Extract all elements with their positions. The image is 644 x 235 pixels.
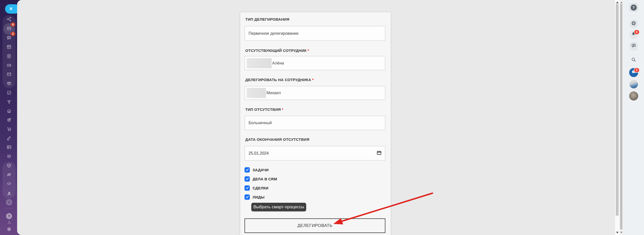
search-icon (631, 57, 636, 63)
checkbox-checked-icon (245, 185, 250, 191)
toolbar-item-avatar-raccoon[interactable] (629, 91, 638, 100)
sidebar-item-mail[interactable] (3, 71, 16, 79)
sign-icon (7, 136, 12, 142)
toolbar-badge-notifications: 6 (634, 30, 639, 34)
toolbar-divider (628, 90, 639, 90)
toolbar-item-search[interactable] (631, 57, 636, 63)
scrollbar-thumb[interactable] (616, 4, 619, 216)
documents-icon (7, 54, 12, 60)
delegate-to-value: Михаил (266, 91, 281, 95)
sidebar-item-more[interactable] (3, 198, 16, 207)
feed-icon (7, 17, 12, 23)
checkbox-checked-icon (245, 176, 250, 182)
absence-end-date-input[interactable]: 25.01.2024 (245, 146, 385, 161)
field-label-absence-type: ТИП ОТСУТСТВИЯ* (245, 107, 283, 112)
delegation-type-value: Первичное делегирование (249, 31, 299, 36)
required-mark: * (282, 107, 283, 112)
delegate-submit-button[interactable]: ДЕЛЕГИРОВАТЬ (245, 218, 385, 233)
required-mark: * (312, 78, 314, 82)
employees-icon (7, 81, 12, 87)
mail-icon (7, 72, 12, 78)
toolbar-item-timeman[interactable] (629, 19, 638, 28)
calendar-picker-icon[interactable] (377, 150, 382, 156)
sidebar-item-calendar[interactable] (3, 43, 16, 52)
required-mark: * (308, 48, 309, 53)
sidebar-item-sign[interactable] (3, 134, 16, 143)
clock-icon (631, 21, 636, 27)
checkbox-tasks[interactable]: ЗАДАЧИ (245, 166, 269, 173)
toolbar-divider (628, 65, 639, 65)
checkbox-checked-icon (245, 194, 250, 200)
sidebar-item-contacts[interactable] (3, 143, 16, 152)
sidebar-item-storage[interactable] (3, 61, 16, 70)
sidebar-item-employees[interactable] (3, 80, 16, 88)
sidebar-item-developer[interactable] (3, 180, 16, 188)
automation-icon (7, 154, 12, 160)
delegation-type-input[interactable]: Первичное делегирование (245, 26, 385, 41)
sidebar-item-products[interactable] (3, 162, 16, 170)
field-label-delegation-type: ТИП ДЕЛЕГИРОВАНИЯ (245, 17, 289, 21)
marketplace-icon (7, 172, 12, 178)
toolbar-item-help[interactable]: ? (629, 3, 638, 12)
invite-icon (7, 220, 11, 226)
app-d-icon: Д (8, 191, 11, 195)
toolbar-divider (628, 78, 639, 79)
scroll-down-arrow[interactable] (620, 232, 623, 233)
sidebar-item-filter[interactable] (3, 98, 16, 107)
select-smart-processes-button[interactable]: Выбрать смарт-процессы (251, 203, 306, 211)
help-icon: ? (631, 5, 637, 11)
sidebar-badge-drive: 6 (11, 22, 15, 27)
sidebar-item-tasks[interactable] (3, 89, 16, 97)
toolbar-item-avatar-user[interactable] (629, 80, 638, 88)
checkbox-label: ЛИДЫ (253, 195, 264, 199)
absence-end-date-value: 25.01.2024 (249, 151, 269, 156)
close-icon: ✕ (9, 6, 13, 12)
field-label-absent-employee: ОТСУТСТВУЮЩИЙ СОТРУДНИК* (245, 48, 309, 53)
sidebar-item-automation[interactable] (3, 152, 16, 161)
settings-icon (7, 227, 12, 233)
redacted-avatar-block (247, 58, 272, 68)
scrollbar-thumb[interactable] (620, 4, 622, 229)
sidebar-item-settings[interactable] (3, 225, 16, 234)
checkbox-label: СДЕЛКИ (253, 186, 268, 190)
sidebar-item-goals[interactable] (3, 116, 16, 125)
field-label-absence-end-date: ДАТА ОКОНЧАНИЯ ОТСУТСТВИЯ (245, 137, 309, 142)
right-toolbar: ?62 (623, 0, 644, 235)
checkbox-checked-icon (245, 167, 250, 173)
more-icon (6, 199, 12, 206)
scroll-up-arrow[interactable] (620, 2, 623, 3)
drive-icon (7, 26, 12, 32)
absent-employee-input[interactable]: Алёна (245, 56, 385, 70)
checkbox-leads[interactable]: ЛИДЫ (245, 193, 264, 200)
sidebar-divider (6, 208, 13, 208)
absent-employee-value: Алёна (272, 61, 284, 65)
sidebar-item-app-d[interactable]: Д (3, 189, 16, 197)
absence-type-input[interactable]: Больничный (245, 116, 385, 130)
sidebar-item-marketplace[interactable] (3, 171, 16, 179)
help-icon: ? (6, 213, 12, 219)
shop-icon (7, 126, 12, 132)
scroll-down-arrow[interactable] (616, 232, 619, 233)
sidebar-badge-messenger: 2 (11, 32, 15, 36)
messenger-icon (7, 35, 12, 41)
sidebar-item-shop[interactable] (3, 125, 16, 134)
page-scrollbar[interactable] (619, 0, 623, 235)
sidebar-item-company[interactable] (3, 107, 16, 116)
developer-icon (7, 181, 12, 187)
dialogs-icon (631, 43, 636, 49)
inner-scrollbar[interactable] (615, 0, 619, 235)
redacted-avatar-block (247, 88, 266, 98)
goals-icon (7, 117, 12, 123)
contacts-icon (7, 145, 12, 151)
checkbox-crm-activities[interactable]: ДЕЛА В CRM (245, 175, 277, 182)
toolbar-item-dialogs[interactable] (629, 42, 638, 51)
toolbar-divider (628, 16, 639, 16)
company-icon (7, 108, 12, 114)
calendar-icon (7, 44, 12, 50)
scroll-up-arrow[interactable] (616, 2, 619, 3)
products-icon (7, 163, 12, 169)
checkbox-label: ДЕЛА В CRM (253, 177, 277, 181)
delegate-to-input[interactable]: Михаил (245, 86, 385, 100)
sidebar-item-documents[interactable] (3, 52, 16, 61)
checkbox-deals[interactable]: СДЕЛКИ (245, 184, 268, 191)
